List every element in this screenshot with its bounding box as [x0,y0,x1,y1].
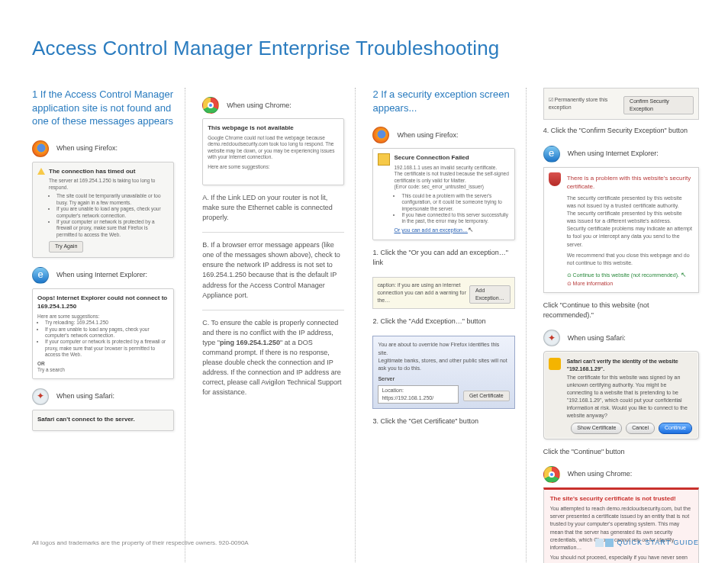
legal-text: All logos and trademarks are the propert… [32,539,249,548]
continue-button[interactable]: Continue [659,423,692,433]
safari-row-2: When using Safari: [543,330,699,346]
ie-shot-title: Oops! Internet Explorer could not connec… [37,294,169,311]
firefox-label-2: When using Firefox: [397,130,458,140]
safari-icon [32,388,49,405]
ie-label-2: When using Internet Explorer: [568,149,659,159]
cr-shot-sub: Here are some suggestions: [208,164,339,170]
ie-sug-2: If you are unable to load any pages, che… [45,327,169,339]
divider [202,232,344,233]
cr-shot-title: This webpage is not available [208,124,339,133]
secure-connection-failed-screenshot: Secure Connection Failed 192.168.1.1 use… [372,148,514,240]
safari-cant-connect-screenshot: Safari can't connect to the server. [32,410,174,432]
safari-shot-title: Safari can't connect to the server. [37,415,169,424]
chrome-label-2: When using Chrome: [568,469,633,479]
ie-cert-t4: We recommend that you close this webpage… [567,252,692,267]
ff-shot-body: The server at 169.254.1.250 is taking to… [49,178,169,191]
section-1-heading: 1 If the Access Control Manager applicat… [32,88,174,128]
ff2-l2: The certificate is not trusted because t… [394,171,509,184]
safari-label-2: When using Safari: [568,333,626,343]
brand-square-icon [595,539,604,547]
sf-body: The certificate for this website was sig… [567,374,692,420]
footer: All logos and trademarks are the propert… [32,538,699,548]
chrome-certificate-screenshot: The site's security certificate is not t… [543,487,699,563]
firefox-icon [32,140,49,157]
ff2-b1: This could be a problem with the server'… [401,193,509,212]
lock-icon [549,358,561,370]
cr2-body2: You should not proceed, especially if yo… [550,554,692,563]
brand-square-icon [605,539,614,547]
note-a: A. If the Link LED on your router is not… [202,193,344,223]
chrome-row-2: When using Chrome: [543,466,699,483]
safari-step: Click the "Continue" button [543,447,699,457]
ie-cert-t2: The security certificate presented by th… [567,210,692,225]
ff2-b2: If you have connected to this server suc… [401,212,509,225]
ie-cert-t3: Security certificate problems may indica… [567,225,692,248]
cr2-title: The site's security certificate is not t… [550,494,692,503]
step-1: 1. Click the "Or you can add an exceptio… [372,248,514,268]
ie-cert-caption: There is a problem with this website's s… [567,174,692,191]
ie-certificate-screenshot: There is a problem with this website's s… [543,167,699,294]
get-certificate-screenshot: You are about to override how Firefox id… [372,336,514,409]
gc-l1: You are about to override how Firefox id… [378,341,509,356]
ie-or: OR [37,361,45,366]
ie-icon: e [32,267,49,284]
passport-icon [378,153,390,166]
ff2-title: Secure Connection Failed [394,153,509,162]
safari-label: When using Safari: [56,391,114,401]
confirm-security-exception-button[interactable]: Confirm Security Exception [623,96,694,114]
ff2-l1: 192.168.1.1 uses an invalid security cer… [394,165,509,171]
ie-more-info[interactable]: ⊙ More information [567,280,692,288]
content-columns: 1 If the Access Control Manager applicat… [32,88,699,563]
cr-shot-body: Google Chrome could not load the webpage… [208,135,339,161]
ff2-l3: (Error code: sec_error_untrusted_issuer) [394,184,509,190]
chrome-icon [202,97,219,114]
get-certificate-button[interactable]: Get Certificate [463,391,510,401]
add-exception-link[interactable]: Or you can add an exception… [394,227,468,233]
step-3: 3. Click the "Get Certificate" button [372,417,514,426]
ie-label: When using Internet Explorer: [56,270,147,280]
ie-row-2: e When using Internet Explorer: [543,146,699,162]
try-again-button[interactable]: Try Again [49,241,83,252]
step-2: 2. Click the "Add Exception…" button [372,317,514,327]
sf-title: Safari can't verify the identity of the … [567,358,692,373]
show-certificate-button[interactable]: Show Certificate [571,423,622,433]
chrome-row: When using Chrome: [202,97,344,114]
column-3: 2 If a security exception screen appears… [372,88,526,563]
ie-step: Click "Continue to this website (not rec… [543,301,699,320]
firefox-row: When using Firefox: [32,140,174,157]
cancel-button[interactable]: Cancel [626,423,655,433]
gc-location: Location: https://192.168.1.250/ [378,385,458,404]
cursor-icon: ↖ [468,226,474,233]
note-b: B. If a browser error message appears (l… [202,240,344,300]
note-c: C. To ensure the cable is properly conne… [202,318,344,397]
ie-sug-3: If your computer or network is protected… [45,339,169,358]
ie-shot-sub: Here are some suggestions: [37,314,169,320]
column-4: ☑ Permanently store this exception Confi… [543,88,699,563]
bar-text: caption: if you are using an internet co… [377,282,469,304]
chrome-label: When using Chrome: [227,101,292,111]
safari-row: When using Safari: [32,388,174,405]
add-exception-button[interactable]: Add Exception… [469,285,511,304]
section-2-heading: 2 If a security exception screen appears… [372,88,514,114]
cursor-icon: ↖ [681,271,687,278]
ff-bullet-2: If you are unable to load any pages, che… [56,206,169,219]
confirm-exception-screenshot: ☑ Permanently store this exception Confi… [543,88,699,120]
safari-certificate-screenshot: Safari can't verify the identity of the … [543,351,699,439]
ie-cert-t1: The security certificate presented by th… [567,195,692,210]
note-c-post: " at a DOS command prompt. If there is n… [202,339,341,396]
page-title: Access Control Manager Enterprise Troubl… [32,37,699,60]
ie-icon: e [543,146,560,162]
warning-icon [37,168,45,175]
column-2: When using Chrome: This webpage is not a… [202,88,356,563]
ie-continue-link[interactable]: ⊙ Continue to this website (not recommen… [567,270,692,280]
firefox-icon [372,127,389,143]
column-1: 1 If the Access Control Manager applicat… [32,88,185,563]
add-exception-bar-screenshot: caption: if you are using an internet co… [372,277,514,309]
ff-bullet-3: If your computer or network is protected… [56,219,169,238]
perm-store-checkbox[interactable]: ☑ Permanently store this exception [549,96,623,111]
ff-bullet-1: The site could be temporarily unavailabl… [56,193,169,206]
chrome-icon [543,466,560,483]
shield-icon [549,172,561,186]
safari-icon [543,330,560,346]
step-4: 4. Click the "Confirm Security Exception… [543,126,699,136]
